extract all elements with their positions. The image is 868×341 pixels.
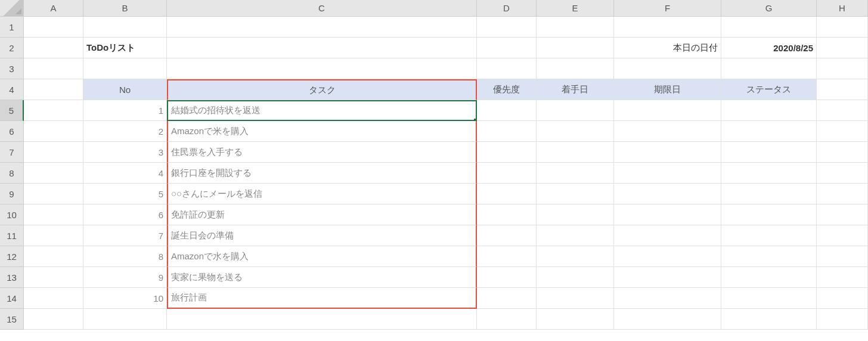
- cell-A5[interactable]: [24, 100, 83, 121]
- row-header-2[interactable]: 2: [0, 38, 24, 58]
- cell-D1[interactable]: [477, 17, 537, 38]
- cell-C6-task[interactable]: Amazonで米を購入: [167, 121, 477, 142]
- cell-H12[interactable]: [817, 246, 868, 267]
- cell-G15[interactable]: [721, 309, 817, 330]
- cell-A3[interactable]: [24, 58, 83, 79]
- cell-B15[interactable]: [83, 309, 167, 330]
- header-due[interactable]: 期限日: [614, 79, 721, 100]
- cell-E14[interactable]: [537, 288, 614, 309]
- col-header-F[interactable]: F: [614, 0, 721, 17]
- cell-E13[interactable]: [537, 267, 614, 288]
- cell-G14[interactable]: [721, 288, 817, 309]
- cell-E5[interactable]: [537, 100, 614, 121]
- cell-H7[interactable]: [817, 142, 868, 163]
- cell-F5[interactable]: [614, 100, 721, 121]
- cell-F12[interactable]: [614, 246, 721, 267]
- cell-F13[interactable]: [614, 267, 721, 288]
- row-header-11[interactable]: 11: [0, 225, 24, 246]
- cell-H14[interactable]: [817, 288, 868, 309]
- cell-D12[interactable]: [477, 246, 537, 267]
- cell-G8[interactable]: [721, 163, 817, 184]
- row-header-1[interactable]: 1: [0, 17, 24, 38]
- cell-H10[interactable]: [817, 204, 868, 225]
- col-header-H[interactable]: H: [817, 0, 868, 17]
- cell-D5[interactable]: [477, 100, 537, 121]
- cell-B13-no[interactable]: 9: [83, 267, 167, 288]
- cell-B11-no[interactable]: 7: [83, 225, 167, 246]
- cell-C8-task[interactable]: 銀行口座を開設する: [167, 163, 477, 184]
- cell-A14[interactable]: [24, 288, 83, 309]
- cell-E10[interactable]: [537, 204, 614, 225]
- cell-D11[interactable]: [477, 225, 537, 246]
- col-header-E[interactable]: E: [537, 0, 614, 17]
- cell-C11-task[interactable]: 誕生日会の準備: [167, 225, 477, 246]
- cell-B14-no[interactable]: 10: [83, 288, 167, 309]
- cell-A1[interactable]: [24, 17, 83, 38]
- row-header-8[interactable]: 8: [0, 163, 24, 184]
- row-header-9[interactable]: 9: [0, 184, 24, 204]
- cell-D13[interactable]: [477, 267, 537, 288]
- cell-C3[interactable]: [167, 58, 477, 79]
- cell-D15[interactable]: [477, 309, 537, 330]
- row-header-7[interactable]: 7: [0, 142, 24, 163]
- col-header-C[interactable]: C: [167, 0, 477, 17]
- cell-B1[interactable]: [83, 17, 167, 38]
- cell-F15[interactable]: [614, 309, 721, 330]
- col-header-A[interactable]: A: [24, 0, 83, 17]
- cell-A6[interactable]: [24, 121, 83, 142]
- cell-F1[interactable]: [614, 17, 721, 38]
- cell-C1[interactable]: [167, 17, 477, 38]
- cell-D2[interactable]: [477, 38, 537, 58]
- cell-G9[interactable]: [721, 184, 817, 204]
- header-no[interactable]: No: [83, 79, 167, 100]
- cell-G10[interactable]: [721, 204, 817, 225]
- cell-A13[interactable]: [24, 267, 83, 288]
- cell-F11[interactable]: [614, 225, 721, 246]
- header-priority[interactable]: 優先度: [477, 79, 537, 100]
- cell-A9[interactable]: [24, 184, 83, 204]
- cell-A2[interactable]: [24, 38, 83, 58]
- cell-H4[interactable]: [817, 79, 868, 100]
- cell-B6-no[interactable]: 2: [83, 121, 167, 142]
- cell-D6[interactable]: [477, 121, 537, 142]
- col-header-G[interactable]: G: [721, 0, 817, 17]
- cell-E8[interactable]: [537, 163, 614, 184]
- cell-D7[interactable]: [477, 142, 537, 163]
- cell-H1[interactable]: [817, 17, 868, 38]
- cell-E7[interactable]: [537, 142, 614, 163]
- cell-G13[interactable]: [721, 267, 817, 288]
- cell-H15[interactable]: [817, 309, 868, 330]
- col-header-D[interactable]: D: [477, 0, 537, 17]
- cell-A4[interactable]: [24, 79, 83, 100]
- cell-G5[interactable]: [721, 100, 817, 121]
- cell-E12[interactable]: [537, 246, 614, 267]
- cell-G1[interactable]: [721, 17, 817, 38]
- select-all-corner[interactable]: [0, 0, 24, 17]
- cell-D8[interactable]: [477, 163, 537, 184]
- cell-B2-title[interactable]: ToDoリスト: [83, 38, 167, 58]
- cell-E11[interactable]: [537, 225, 614, 246]
- cell-B12-no[interactable]: 8: [83, 246, 167, 267]
- cell-B7-no[interactable]: 3: [83, 142, 167, 163]
- cell-H13[interactable]: [817, 267, 868, 288]
- cell-A15[interactable]: [24, 309, 83, 330]
- cell-C12-task[interactable]: Amazonで水を購入: [167, 246, 477, 267]
- cell-G12[interactable]: [721, 246, 817, 267]
- cell-G11[interactable]: [721, 225, 817, 246]
- cell-A7[interactable]: [24, 142, 83, 163]
- row-header-13[interactable]: 13: [0, 267, 24, 288]
- cell-H11[interactable]: [817, 225, 868, 246]
- cell-H8[interactable]: [817, 163, 868, 184]
- row-header-6[interactable]: 6: [0, 121, 24, 142]
- cell-H6[interactable]: [817, 121, 868, 142]
- cell-E6[interactable]: [537, 121, 614, 142]
- cell-B8-no[interactable]: 4: [83, 163, 167, 184]
- row-header-10[interactable]: 10: [0, 204, 24, 225]
- cell-G6[interactable]: [721, 121, 817, 142]
- cell-E9[interactable]: [537, 184, 614, 204]
- cell-E2[interactable]: [537, 38, 614, 58]
- cell-E1[interactable]: [537, 17, 614, 38]
- cell-B9-no[interactable]: 5: [83, 184, 167, 204]
- cell-B5-no[interactable]: 1: [83, 100, 167, 121]
- cell-A10[interactable]: [24, 204, 83, 225]
